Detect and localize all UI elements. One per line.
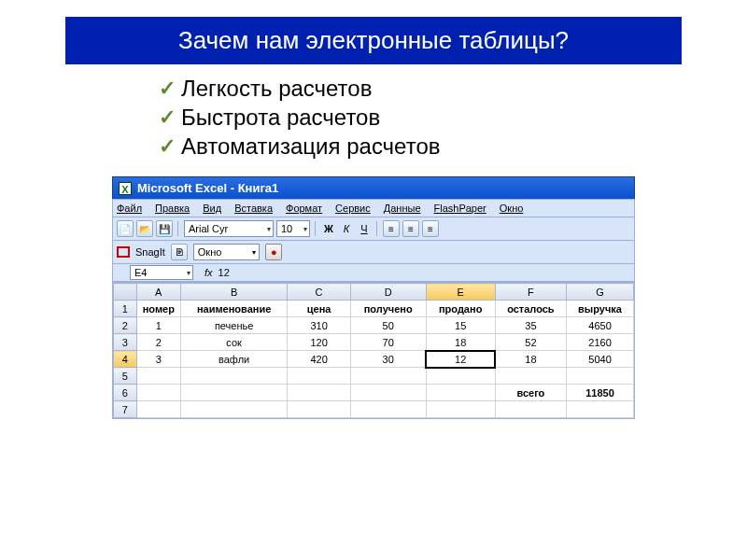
cell[interactable] xyxy=(180,385,288,401)
snagit-go-button[interactable]: ● xyxy=(265,244,282,260)
cell[interactable]: выручка xyxy=(567,301,634,317)
align-left-icon[interactable]: ≡ xyxy=(383,220,400,237)
snagit-menu-icon[interactable]: 🖹 xyxy=(171,244,188,260)
excel-screenshot: X Microsoft Excel - Книга1 Файл Правка В… xyxy=(112,176,635,419)
cell[interactable]: 2 xyxy=(136,334,180,351)
bullet-list: ✓Легкость расчетов ✓Быстрота расчетов ✓А… xyxy=(159,76,747,160)
cell[interactable] xyxy=(288,368,350,385)
row-header-1[interactable]: 1 xyxy=(114,301,137,317)
cell-total-label[interactable]: всего xyxy=(495,385,566,401)
cell[interactable]: сок xyxy=(180,334,288,351)
cell[interactable] xyxy=(426,368,495,385)
cell[interactable] xyxy=(288,401,350,418)
cell[interactable]: продано xyxy=(426,301,495,317)
menu-flashpaper[interactable]: FlashPaper xyxy=(434,203,486,214)
cell[interactable]: 2160 xyxy=(567,334,634,351)
row-header-3[interactable]: 3 xyxy=(114,334,137,351)
col-header-a[interactable]: A xyxy=(136,284,180,301)
cell[interactable] xyxy=(180,401,288,418)
cell[interactable] xyxy=(288,385,350,401)
cell[interactable]: 15 xyxy=(426,317,495,334)
cell[interactable]: 18 xyxy=(495,351,566,368)
cell[interactable]: 52 xyxy=(495,334,566,351)
menu-tools[interactable]: Сервис xyxy=(335,203,371,214)
cell[interactable]: получено xyxy=(350,301,426,317)
bold-button[interactable]: Ж xyxy=(321,221,336,236)
fx-label[interactable]: fx xyxy=(204,267,213,278)
snagit-capture-icon[interactable] xyxy=(117,246,130,258)
snagit-label: SnagIt xyxy=(135,246,165,258)
cell[interactable] xyxy=(495,368,566,385)
save-icon[interactable]: 💾 xyxy=(156,220,173,237)
row-header-5[interactable]: 5 xyxy=(114,368,137,385)
col-header-e[interactable]: E xyxy=(426,284,495,301)
cell[interactable]: 18 xyxy=(426,334,495,351)
col-header-c[interactable]: C xyxy=(288,284,350,301)
cell[interactable]: 5040 xyxy=(567,351,634,368)
row-header-2[interactable]: 2 xyxy=(114,317,137,334)
cell[interactable] xyxy=(567,401,634,418)
cell[interactable]: 30 xyxy=(350,351,426,368)
col-header-b[interactable]: B xyxy=(180,284,288,301)
cell[interactable] xyxy=(350,368,426,385)
cell[interactable] xyxy=(350,401,426,418)
underline-button[interactable]: Ч xyxy=(357,221,372,236)
cell[interactable]: 35 xyxy=(495,317,566,334)
cell[interactable]: номер xyxy=(136,301,180,317)
cell[interactable]: 70 xyxy=(350,334,426,351)
cell[interactable]: 1 xyxy=(136,317,180,334)
row-header-4[interactable]: 4 xyxy=(114,351,137,368)
cell[interactable]: вафли xyxy=(180,351,288,368)
cell-total-value[interactable]: 11850 xyxy=(567,385,634,401)
cell[interactable]: 4650 xyxy=(567,317,634,334)
col-header-f[interactable]: F xyxy=(495,284,566,301)
cell[interactable] xyxy=(136,368,180,385)
formula-value: 12 xyxy=(218,267,230,278)
new-icon[interactable]: 📄 xyxy=(117,220,134,237)
cell[interactable] xyxy=(350,385,426,401)
cell[interactable]: 310 xyxy=(288,317,350,334)
name-box[interactable]: E4 xyxy=(130,265,193,280)
cell[interactable]: 3 xyxy=(136,351,180,368)
row-header-6[interactable]: 6 xyxy=(114,385,137,401)
select-all-corner[interactable] xyxy=(114,284,137,301)
bullet-text: Автоматизация расчетов xyxy=(181,133,441,160)
cell-selected[interactable]: 12 xyxy=(426,351,495,368)
cell[interactable] xyxy=(495,401,566,418)
italic-button[interactable]: К xyxy=(339,221,354,236)
snagit-window-select[interactable]: Окно xyxy=(193,244,261,260)
menu-view[interactable]: Вид xyxy=(203,203,221,214)
menu-data[interactable]: Данные xyxy=(384,203,421,214)
menu-file[interactable]: Файл xyxy=(117,203,142,214)
font-size-select[interactable]: 10 xyxy=(276,220,310,237)
cell[interactable]: 420 xyxy=(288,351,350,368)
cell[interactable] xyxy=(180,368,288,385)
bullet-text: Легкость расчетов xyxy=(181,76,372,102)
cell[interactable] xyxy=(426,385,495,401)
cell[interactable]: 50 xyxy=(350,317,426,334)
col-header-g[interactable]: G xyxy=(567,284,634,301)
cell[interactable] xyxy=(426,401,495,418)
menu-insert[interactable]: Вставка xyxy=(234,203,273,214)
cell[interactable]: 120 xyxy=(288,334,350,351)
font-name-select[interactable]: Arial Cyr xyxy=(184,220,274,237)
formula-bar: E4 fx 12 xyxy=(112,263,635,282)
menu-format[interactable]: Формат xyxy=(286,203,322,214)
cell[interactable] xyxy=(136,385,180,401)
cell[interactable] xyxy=(567,368,634,385)
cell[interactable]: печенье xyxy=(180,317,288,334)
cell[interactable]: цена xyxy=(288,301,350,317)
menu-edit[interactable]: Правка xyxy=(155,203,190,214)
align-center-icon[interactable]: ≡ xyxy=(402,220,419,237)
formatting-toolbar: 📄 📂 💾 Arial Cyr 10 Ж К Ч ≡ ≡ ≡ xyxy=(112,217,635,240)
menu-window[interactable]: Окно xyxy=(500,203,524,214)
slide-title: Зачем нам электронные таблицы? xyxy=(65,17,682,64)
cell[interactable] xyxy=(136,401,180,418)
cell[interactable]: наименование xyxy=(180,301,288,317)
align-right-icon[interactable]: ≡ xyxy=(422,220,439,237)
col-header-d[interactable]: D xyxy=(350,284,426,301)
row-header-7[interactable]: 7 xyxy=(114,401,137,418)
snagit-toolbar: SnagIt 🖹 Окно ● xyxy=(112,240,635,263)
cell[interactable]: осталось xyxy=(495,301,566,317)
open-icon[interactable]: 📂 xyxy=(136,220,153,237)
